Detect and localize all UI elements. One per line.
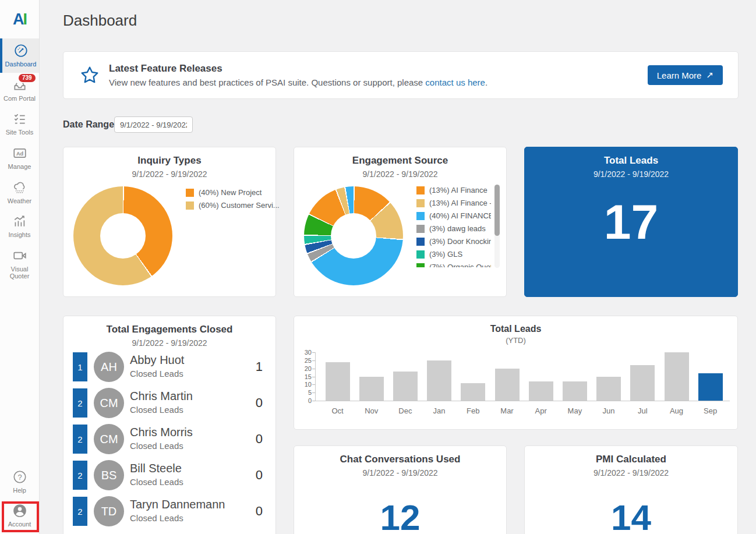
app-logo[interactable]: AI xyxy=(0,0,39,38)
legend-item[interactable]: (13%) AI Finance xyxy=(416,186,491,194)
legend-label: (40%) New Project xyxy=(199,188,262,197)
banner-title: Latest Feature Releases xyxy=(109,63,487,75)
contact-us-link[interactable]: contact us here xyxy=(425,77,485,87)
legend-item[interactable]: (3%) Door Knocking xyxy=(416,237,491,246)
sidebar-item-label: Manage xyxy=(8,163,31,171)
legend-item[interactable]: (3%) GLS xyxy=(416,250,491,259)
y-tick-label: 30 xyxy=(296,349,312,356)
logo-letter-i: I xyxy=(23,10,26,29)
engagement-source-legend: (13%) AI Finance(13%) AI Finance - Ce...… xyxy=(416,186,491,267)
svg-text:?: ? xyxy=(17,472,22,481)
closed-leads-value: 0 xyxy=(256,395,263,411)
x-tick-label: Nov xyxy=(357,406,386,415)
person-metric-label: Closed Leads xyxy=(130,369,183,379)
page-title: Dashboard xyxy=(63,12,137,30)
sidebar-item-dashboard[interactable]: Dashboard xyxy=(0,38,39,73)
camera-icon xyxy=(12,248,27,263)
x-tick-label: May xyxy=(560,406,589,415)
legend-item[interactable]: (7%) Organic Quote xyxy=(416,263,491,267)
person-metric-label: Closed Leads xyxy=(130,477,183,487)
legend-swatch xyxy=(416,212,425,220)
legend-scrollbar-thumb[interactable] xyxy=(494,185,500,236)
sidebar-item-visual-quoter[interactable]: Visual Quoter xyxy=(0,243,39,285)
total-leads-value: 17 xyxy=(525,197,737,246)
bar-sep xyxy=(698,373,723,401)
inquiry-types-legend: (40%) New Project(60%) Customer Servi... xyxy=(186,188,280,214)
sidebar-item-label: Account xyxy=(8,521,31,528)
sidebar-item-site-tools[interactable]: Site Tools xyxy=(0,107,39,141)
sidebar-item-manage[interactable]: AdManage xyxy=(0,141,39,175)
y-tick-mark xyxy=(312,369,315,369)
date-range-input[interactable] xyxy=(114,116,193,133)
banner-subtitle-text: View new features and best practices of … xyxy=(109,77,425,87)
gauge-icon xyxy=(13,43,29,58)
logo-letter-a: A xyxy=(13,10,23,29)
bar-apr xyxy=(529,381,553,401)
person-name: Taryn Dannemann xyxy=(130,498,225,511)
bar-jun xyxy=(596,377,621,401)
legend-label: (40%) AI FINANCE C... xyxy=(429,211,491,220)
card-title: Total Leads xyxy=(525,155,737,167)
banner-subtitle: View new features and best practices of … xyxy=(109,77,487,87)
legend-swatch xyxy=(416,186,425,194)
y-tick-label: 20 xyxy=(296,365,312,372)
sidebar-item-label: Visual Quoter xyxy=(1,266,38,280)
legend-item[interactable]: (3%) dawg leads xyxy=(416,224,491,233)
sidebar-item-insights[interactable]: Insights xyxy=(0,209,39,243)
sidebar-item-weather[interactable]: Weather xyxy=(0,175,39,210)
legend-item[interactable]: (40%) AI FINANCE C... xyxy=(416,211,491,220)
learn-more-button[interactable]: Learn More ↗ xyxy=(648,65,723,85)
legend-item[interactable]: (13%) AI Finance - Ce... xyxy=(416,199,491,207)
avatar: BS xyxy=(94,460,124,490)
legend-swatch xyxy=(416,225,425,233)
notification-badge: 739 xyxy=(19,74,36,82)
legend-label: (7%) Organic Quote xyxy=(429,263,491,267)
x-tick-label: Feb xyxy=(458,406,487,415)
engagement-row[interactable]: 2CMChris MartinClosed Leads0 xyxy=(63,385,275,421)
avatar: TD xyxy=(94,496,124,526)
y-tick-label: 15 xyxy=(296,373,312,380)
closed-leads-value: 0 xyxy=(256,504,263,519)
y-tick-label: 10 xyxy=(296,381,312,388)
legend-item[interactable]: (40%) New Project xyxy=(186,188,280,197)
sidebar: AI Dashboard739Com PortalSite ToolsAdMan… xyxy=(0,0,40,534)
sidebar-item-label: Site Tools xyxy=(6,129,34,136)
card-subtitle: 9/1/2022 - 9/19/2022 xyxy=(525,468,737,478)
card-subtitle: 9/1/2022 - 9/19/2022 xyxy=(294,468,506,478)
sidebar-item-com-portal[interactable]: 739Com Portal xyxy=(0,73,39,107)
legend-swatch xyxy=(416,250,425,259)
sidebar-item-label: Insights xyxy=(9,231,31,239)
legend-scrollbar xyxy=(494,185,500,268)
engagement-row[interactable]: 1AHAbby HuotClosed Leads1 xyxy=(63,349,275,385)
sidebar-item-label: Com Portal xyxy=(3,95,36,102)
avatar: AH xyxy=(94,352,124,382)
date-range-label: Date Range xyxy=(63,119,114,130)
sidebar-item-label: Dashboard xyxy=(5,61,37,68)
engagement-row[interactable]: 2BSBill SteeleClosed Leads0 xyxy=(63,457,275,493)
engagement-row[interactable]: 2CMChris MorrisClosed Leads0 xyxy=(63,421,275,457)
banner-subtitle-period: . xyxy=(485,77,487,87)
sidebar-item-help[interactable]: ?Help xyxy=(0,465,39,499)
inquiry-types-card: Inquiry Types 9/1/2022 - 9/19/2022 (40%)… xyxy=(63,147,276,297)
svg-text:Ad: Ad xyxy=(16,151,23,157)
learn-more-label: Learn More xyxy=(657,70,702,80)
legend-label: (13%) AI Finance xyxy=(429,186,487,194)
bar-oct xyxy=(326,362,350,401)
pmi-calculated-card: PMI Calculated 9/1/2022 - 9/19/2022 14 xyxy=(524,445,738,534)
y-tick-label: 0 xyxy=(296,397,312,404)
y-axis-line xyxy=(315,352,316,401)
help-icon: ? xyxy=(12,469,27,485)
legend-item[interactable]: (60%) Customer Servi... xyxy=(186,201,280,210)
rank-badge: 1 xyxy=(73,352,87,381)
external-link-arrow-icon: ↗ xyxy=(706,70,713,80)
y-tick-mark xyxy=(312,401,315,401)
rank-badge: 2 xyxy=(73,461,87,490)
account-icon xyxy=(12,503,27,518)
engagements-closed-card: Total Engagements Closed 9/1/2022 - 9/19… xyxy=(63,316,276,534)
person-metric-label: Closed Leads xyxy=(130,405,183,415)
person-metric-label: Closed Leads xyxy=(130,441,183,451)
sidebar-item-account[interactable]: Account xyxy=(0,498,39,533)
engagement-row[interactable]: 2TDTaryn DannemannClosed Leads0 xyxy=(63,493,275,529)
closed-leads-value: 1 xyxy=(256,359,263,374)
legend-swatch xyxy=(416,199,425,207)
